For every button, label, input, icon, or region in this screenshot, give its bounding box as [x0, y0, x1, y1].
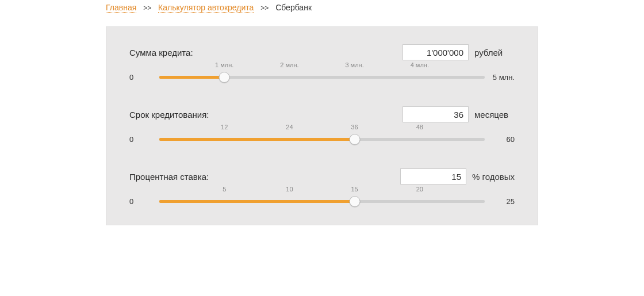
- slider-tick: 24: [286, 124, 293, 130]
- rate-unit: % годовых: [472, 172, 515, 182]
- term-input[interactable]: [402, 106, 469, 122]
- slider-tick: 4 млн.: [411, 61, 429, 68]
- slider-tick: 36: [351, 124, 358, 130]
- breadcrumb-current: Сбербанк: [275, 3, 312, 12]
- amount-row: Сумма кредита: рублей 0 1 млн.2 млн.3 мл…: [129, 44, 515, 83]
- term-label: Срок кредитования:: [129, 110, 209, 120]
- amount-input[interactable]: [402, 44, 469, 60]
- rate-max: 25: [492, 197, 515, 206]
- term-slider-thumb[interactable]: [349, 134, 360, 145]
- amount-slider[interactable]: 1 млн.2 млн.3 млн.4 млн.: [159, 71, 485, 83]
- slider-tick: 3 млн.: [345, 61, 363, 68]
- breadcrumb-separator: >>: [256, 4, 273, 12]
- slider-tick: 10: [286, 186, 293, 193]
- slider-tick: 20: [416, 186, 423, 193]
- amount-min: 0: [129, 73, 152, 82]
- amount-label: Сумма кредита:: [129, 48, 193, 57]
- rate-row: Процентная ставка: % годовых 0 5101520 2…: [129, 168, 515, 207]
- amount-unit: рублей: [474, 48, 515, 57]
- slider-tick: 2 млн.: [280, 61, 298, 68]
- rate-slider[interactable]: 5101520: [159, 195, 485, 207]
- breadcrumb-separator: >>: [139, 4, 156, 12]
- breadcrumb-home-link[interactable]: Главная: [106, 3, 136, 13]
- amount-slider-thumb[interactable]: [219, 72, 230, 83]
- rate-label: Процентная ставка:: [129, 172, 209, 182]
- rate-input[interactable]: [400, 168, 466, 184]
- slider-tick: 1 млн.: [215, 61, 233, 68]
- rate-min: 0: [129, 197, 152, 206]
- amount-max: 5 млн.: [492, 73, 515, 82]
- term-max: 60: [492, 135, 515, 144]
- term-unit: месяцев: [474, 110, 515, 120]
- slider-tick: 15: [351, 186, 358, 193]
- term-min: 0: [129, 135, 152, 144]
- calculator-panel: Сумма кредита: рублей 0 1 млн.2 млн.3 мл…: [106, 26, 538, 225]
- slider-tick: 12: [221, 124, 228, 130]
- breadcrumb-calculator-link[interactable]: Калькулятор автокредита: [158, 3, 254, 13]
- term-slider[interactable]: 12243648: [159, 133, 485, 145]
- term-row: Срок кредитования: месяцев 0 12243648 60: [129, 106, 515, 145]
- breadcrumb: Главная >> Калькулятор автокредита >> Сб…: [0, 0, 644, 12]
- slider-tick: 48: [416, 124, 423, 130]
- slider-tick: 5: [223, 186, 226, 193]
- rate-slider-thumb[interactable]: [349, 196, 360, 207]
